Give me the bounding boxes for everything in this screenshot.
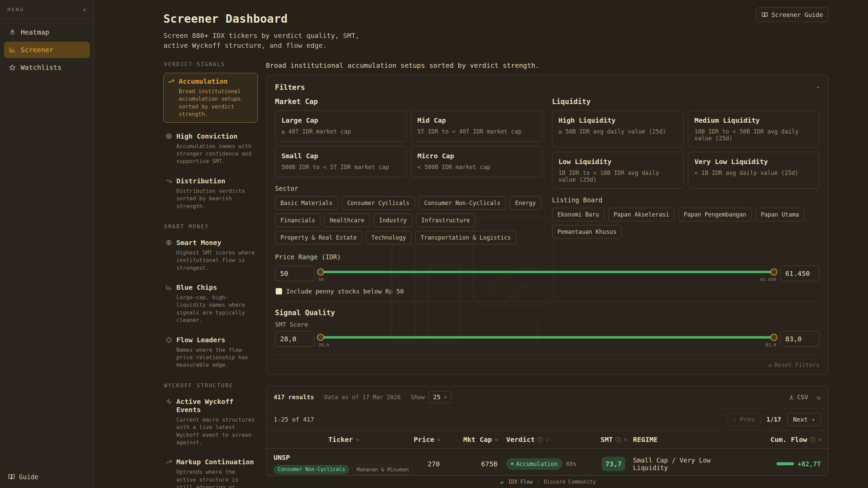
preset-accumulation[interactable]: Accumulation Broad institutional accumul… (163, 73, 258, 123)
sidebar-item-heatmap[interactable]: Heatmap (4, 24, 90, 40)
sector-chip[interactable]: Transportation & Logistics (415, 231, 516, 244)
filter-mid-cap[interactable]: Mid Cap 5T IDR to < 40T IDR market cap (411, 110, 542, 142)
board-chip[interactable]: Pemantauan Khusus (552, 225, 622, 239)
refresh-icon[interactable]: ↻ (817, 393, 821, 401)
filter-very-low-liquidity[interactable]: Very Low Liquidity < 1B IDR avg daily va… (688, 152, 820, 189)
filter-small-cap[interactable]: Small Cap 500B IDR to < 5T IDR market ca… (275, 146, 407, 177)
results-panel: 417 results Data as of 17 Mar 2026 Show … (266, 386, 829, 475)
preset-context-line: Broad institutional accumulation setups … (266, 61, 829, 69)
sector-chip[interactable]: Energy (510, 196, 541, 210)
preset-title: Accumulation (179, 77, 253, 85)
preset-active-wyckoff-events[interactable]: Active Wyckoff Events Current macro stru… (163, 394, 258, 450)
filter-large-cap[interactable]: Large Cap ≥ 40T IDR market cap (275, 110, 407, 142)
smt-score-badge: 73,7 (602, 457, 625, 471)
preset-desc: Distribution verdicts sorted by bearish … (176, 187, 256, 210)
card-title: Small Cap (281, 152, 400, 160)
column-smt[interactable]: SMT?↑↓ (594, 435, 633, 444)
sector-chip[interactable]: Consumer Cyclicals (342, 196, 415, 210)
board-chip[interactable]: Papan Akselerasi (608, 208, 675, 221)
page-size-select[interactable]: 25 ▾ (429, 391, 451, 403)
show-label: Show (411, 394, 425, 401)
preset-title: Active Wyckoff Events (176, 398, 256, 414)
data-as-of: Data as of 17 Mar 2026 (324, 394, 400, 401)
column-mkt-cap[interactable]: Mkt Cap↑↓ (440, 435, 497, 444)
smt-max-input[interactable] (780, 331, 820, 347)
footer-brand-link[interactable]: IDX Flow (508, 479, 533, 485)
table-header: Ticker↑↓ Price↑↓ Mkt Cap↑↓ Verdict?↓ SMT… (266, 431, 828, 449)
preset-blue-chips[interactable]: Blue Chips Large-cap, high-liquidity nam… (163, 280, 258, 328)
sidebar-item-screener[interactable]: Screener (4, 42, 90, 58)
preset-markup-continuation[interactable]: Markup Continuation Uptrends where the a… (163, 454, 258, 488)
guide-label: Guide (19, 473, 38, 481)
slider-max-tick: 83,0 (766, 342, 776, 347)
card-desc: 10B IDR to < 50B IDR avg daily value (25… (694, 128, 813, 142)
price-min-input[interactable] (275, 266, 314, 281)
filters-title: Filters (275, 83, 305, 92)
table-row[interactable]: UNSP Consumer Non-Cyclicals Makanan & Mi… (266, 449, 828, 475)
sidebar-item-watchlists[interactable]: Watchlists (4, 59, 90, 76)
next-page-button[interactable]: Next › (787, 413, 821, 426)
help-icon[interactable]: ? (615, 437, 621, 442)
signal-quality-label: Signal Quality (275, 309, 820, 317)
column-price[interactable]: Price↑↓ (358, 435, 440, 444)
preset-flow-leaders[interactable]: Flow Leaders Names where the flow-price … (163, 332, 258, 372)
prev-page-button[interactable]: ‹ Prev (727, 413, 761, 426)
price-max-handle[interactable] (770, 268, 777, 276)
collapse-sidebar-icon[interactable]: ‹ (82, 5, 86, 14)
filter-medium-liquidity[interactable]: Medium Liquidity 10B IDR to < 50B IDR av… (688, 110, 820, 147)
app-sidebar: MENU ‹ Heatmap Screener Watchlists Guide (0, 0, 94, 488)
sector-chip[interactable]: Industry (374, 214, 412, 227)
help-icon[interactable]: ? (810, 437, 815, 442)
preset-desc: Large-cap, high-liquidity names where si… (176, 294, 256, 324)
reset-filters-button[interactable]: ↺ Reset Filters (768, 362, 820, 368)
flow-value: +82,7T (797, 460, 821, 468)
preset-smart-money[interactable]: Smart Money Highest SMT scores where ins… (163, 235, 258, 275)
slider-max-tick: 61.450 (760, 277, 776, 282)
book-icon (762, 12, 768, 18)
sector-chip[interactable]: Basic Materials (275, 196, 338, 210)
filter-micro-cap[interactable]: Micro Cap < 500B IDR market cap (411, 146, 542, 177)
target-icon (165, 133, 172, 165)
column-ticker[interactable]: Ticker↑↓ (274, 435, 358, 444)
column-cum-flow[interactable]: Cum. Flow?↑↓ (741, 435, 821, 444)
sector-chip[interactable]: Consumer Non-Cyclicals (419, 196, 506, 210)
preset-high-conviction[interactable]: High Conviction Accumulation names with … (163, 129, 258, 169)
price-max-input[interactable] (780, 266, 820, 281)
smt-min-handle[interactable] (317, 334, 324, 341)
filter-low-liquidity[interactable]: Low Liquidity 1B IDR to < 10B IDR avg da… (552, 152, 684, 189)
board-chip[interactable]: Ekonomi Baru (552, 208, 605, 221)
card-desc: 500B IDR to < 5T IDR market cap (281, 164, 400, 170)
card-title: High Liquidity (558, 116, 677, 124)
export-csv-button[interactable]: CSV (788, 393, 808, 401)
board-chip[interactable]: Papan Pengembangan (678, 208, 752, 221)
column-verdict[interactable]: Verdict?↓ (497, 435, 594, 444)
footer-community-link[interactable]: Discord Community (544, 479, 596, 485)
preset-title: Flow Leaders (176, 336, 256, 344)
trending-up-icon (168, 78, 175, 118)
smt-max-handle[interactable] (770, 334, 777, 341)
screener-guide-button[interactable]: Screener Guide (756, 7, 829, 22)
penny-stocks-checkbox-row[interactable]: Include penny stocks below Rp 50 (276, 288, 820, 295)
checkbox-icon[interactable] (276, 288, 282, 294)
preset-title: High Conviction (176, 132, 256, 140)
smt-min-input[interactable] (275, 331, 314, 347)
sector-chip[interactable]: Property & Real Estate (275, 231, 362, 244)
preset-distribution[interactable]: Distribution Distribution verdicts sorte… (163, 174, 258, 214)
price-min-handle[interactable] (317, 268, 324, 276)
sector-chip[interactable]: Financials (275, 214, 320, 227)
sector-chip[interactable]: Technology (366, 231, 411, 244)
board-chip[interactable]: Papan Utama (755, 208, 805, 221)
results-count: 417 results (274, 393, 314, 401)
sidebar-item-label: Watchlists (21, 63, 61, 72)
sort-icon: ↑↓ (624, 437, 626, 442)
sidebar-guide-button[interactable]: Guide (0, 466, 94, 488)
filter-high-liquidity[interactable]: High Liquidity ≥ 50B IDR avg daily value… (552, 110, 684, 147)
sector-chip[interactable]: Infrastructure (416, 214, 475, 227)
section-label: WYCKOFF STRUCTURE (164, 383, 258, 389)
sector-chip[interactable]: Healthcare (324, 214, 370, 227)
collapse-filters-icon[interactable]: ▾ (816, 84, 820, 90)
regime-value: Small Cap / Very Low Liquidity (633, 456, 741, 471)
bar-chart-icon (165, 284, 172, 324)
footer-separator: | (537, 479, 540, 485)
help-icon[interactable]: ? (537, 437, 543, 442)
